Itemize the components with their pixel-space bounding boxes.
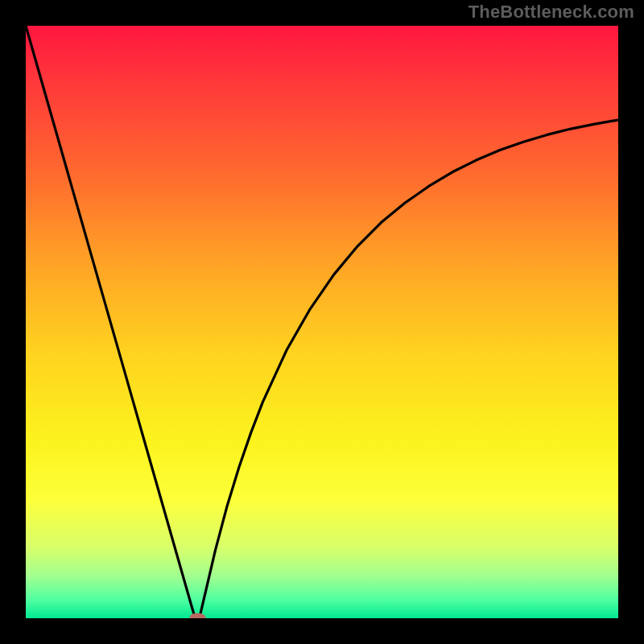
- chart-frame: TheBottleneck.com: [0, 0, 644, 644]
- plot-background: [26, 26, 618, 618]
- watermark-text: TheBottleneck.com: [469, 2, 634, 23]
- bottleneck-chart: [26, 26, 618, 618]
